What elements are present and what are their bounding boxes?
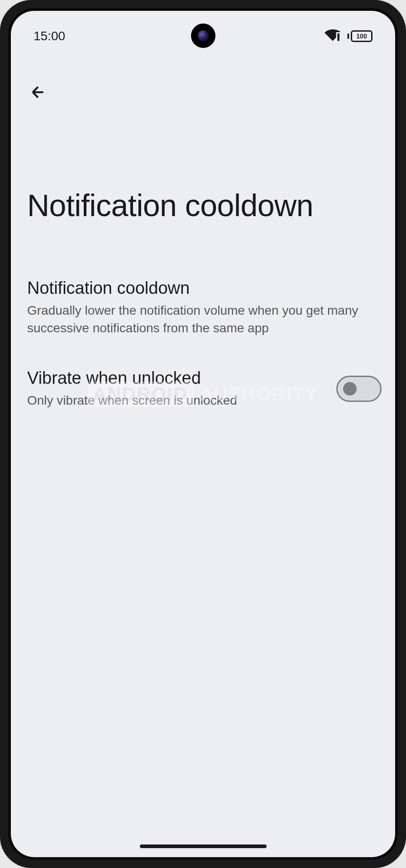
- battery-level: 100: [351, 30, 373, 42]
- wifi-icon: [325, 27, 341, 46]
- toggle-thumb: [343, 382, 357, 396]
- phone-frame: 15:00 100: [0, 0, 406, 868]
- nav-handle[interactable]: [140, 844, 267, 848]
- status-time: 15:00: [33, 29, 65, 43]
- svg-point-1: [338, 30, 339, 32]
- setting-text: Vibrate when unlocked Only vibrate when …: [27, 368, 318, 409]
- setting-vibrate-unlocked[interactable]: Vibrate when unlocked Only vibrate when …: [27, 368, 382, 441]
- setting-description: Gradually lower the notification volume …: [27, 302, 382, 337]
- toggle-vibrate-unlocked[interactable]: [336, 376, 382, 402]
- battery-icon: 100: [347, 30, 373, 42]
- setting-description: Only vibrate when screen is unlocked: [27, 392, 318, 409]
- back-button[interactable]: [24, 79, 52, 106]
- back-area: [11, 47, 395, 106]
- status-right: 100: [325, 27, 373, 46]
- svg-rect-0: [338, 33, 340, 41]
- svg-rect-2: [348, 33, 349, 39]
- camera-notch: [191, 24, 215, 48]
- setting-title: Vibrate when unlocked: [27, 368, 318, 388]
- setting-notification-cooldown[interactable]: Notification cooldown Gradually lower th…: [27, 278, 382, 368]
- setting-text: Notification cooldown Gradually lower th…: [27, 278, 382, 337]
- camera-lens: [198, 30, 209, 41]
- phone-inner: 15:00 100: [8, 8, 398, 860]
- screen: 15:00 100: [11, 11, 395, 857]
- page-title: Notification cooldown: [11, 106, 395, 224]
- settings-list: Notification cooldown Gradually lower th…: [11, 224, 395, 441]
- setting-title: Notification cooldown: [27, 278, 382, 298]
